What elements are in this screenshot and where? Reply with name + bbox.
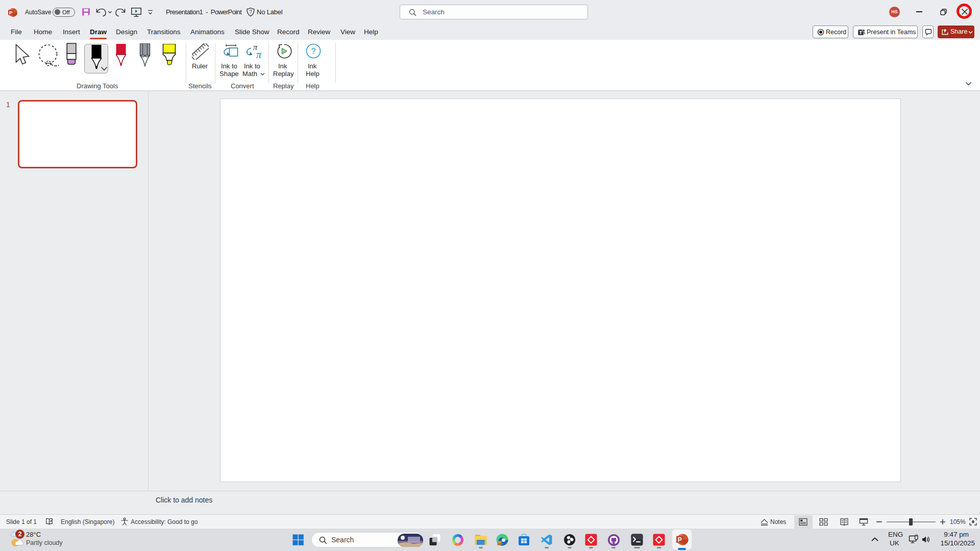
svg-text:?: ? bbox=[249, 9, 252, 15]
svg-text:π: π bbox=[256, 49, 262, 60]
svg-text:?: ? bbox=[311, 46, 315, 56]
svg-text:P: P bbox=[9, 10, 13, 15]
svg-text:P: P bbox=[678, 536, 682, 543]
svg-text:T: T bbox=[859, 30, 862, 35]
